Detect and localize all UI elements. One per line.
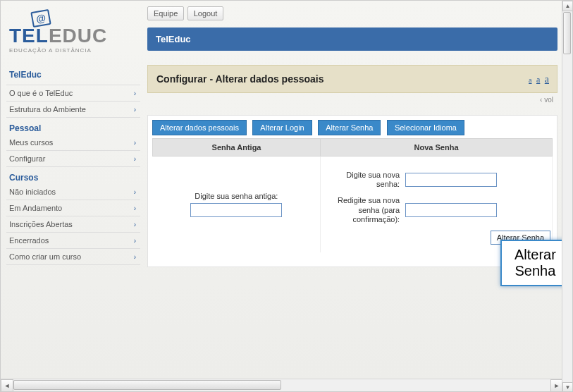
nav-label: O que é o TelEduc [9, 89, 73, 97]
old-password-label: Digite sua senha antiga: [160, 192, 314, 200]
font-size-small[interactable]: a [528, 76, 532, 84]
scroll-up-button[interactable]: ▲ [562, 1, 573, 11]
logo: @ TELEDUC EDUCAÇÃO A DISTÂNCIA [6, 6, 140, 63]
logo-educ: EDUC [49, 25, 107, 47]
tab-selecionar-idioma[interactable]: Selecionar Idioma [387, 120, 464, 135]
section-header: Configurar - Alterar dados pessoais a a … [147, 65, 557, 93]
nav-nao-iniciados[interactable]: Não iniciados › [6, 184, 140, 200]
chevron-right-icon: › [134, 188, 136, 196]
nav-configurar[interactable]: Configurar › [6, 151, 140, 167]
nav-meus-cursos[interactable]: Meus cursos › [6, 135, 140, 151]
chevron-right-icon: › [134, 90, 136, 97]
font-size-medium[interactable]: a [536, 75, 541, 85]
nav-label: Estrutura do Ambiente [9, 105, 86, 114]
font-size-large[interactable]: a [544, 74, 550, 85]
nav-label: Inscrições Abertas [9, 220, 73, 228]
old-password-input[interactable] [190, 203, 282, 217]
equipe-button[interactable]: Equipe [147, 6, 184, 20]
nav-label: Não iniciados [9, 188, 56, 196]
chevron-right-icon: › [134, 237, 136, 245]
callout-alterar-senha: Alterar Senha [500, 240, 563, 286]
nav-label: Como criar um curso [9, 252, 81, 261]
nav-heading-cursos: Cursos [6, 167, 140, 184]
chevron-right-icon: › [134, 139, 136, 147]
new-password-label: Digite sua nova senha: [328, 171, 405, 189]
new-password-input[interactable] [405, 173, 497, 187]
nav-como-criar[interactable]: Como criar um curso › [6, 249, 140, 265]
scroll-down-button[interactable]: ▼ [562, 382, 573, 392]
nav-label: Em Andamento [9, 204, 62, 212]
back-link[interactable]: ‹ vol [147, 93, 557, 106]
col-nova-senha: Nova Senha [321, 139, 553, 157]
scroll-left-button[interactable]: ◄ [1, 379, 13, 392]
page-title-bar: TelEduc [147, 27, 557, 51]
nav-estrutura[interactable]: Estrutura do Ambiente › [6, 102, 140, 118]
v-scroll-thumb[interactable] [563, 12, 571, 54]
horizontal-scrollbar[interactable]: ◄ ► [1, 379, 563, 391]
chevron-right-icon: › [134, 106, 136, 114]
nav-teleduc-link[interactable]: TelEduc [9, 70, 42, 80]
h-scroll-thumb[interactable] [13, 380, 281, 390]
at-icon: @ [30, 9, 51, 27]
nav-inscricoes-abertas[interactable]: Inscrições Abertas › [6, 216, 140, 233]
nav-em-andamento[interactable]: Em Andamento › [6, 200, 140, 216]
tab-alterar-login[interactable]: Alterar Login [252, 120, 312, 135]
chevron-right-icon: › [134, 204, 136, 212]
nav-encerrados[interactable]: Encerrados › [6, 233, 140, 249]
nav-heading-pessoal: Pessoal [6, 118, 140, 135]
nav-label: Configurar [9, 154, 45, 163]
section-title: Configurar - Alterar dados pessoais [156, 73, 324, 85]
logo-tel: TEL [9, 25, 49, 47]
confirm-password-input[interactable] [405, 203, 497, 217]
confirm-password-label: Redigite sua nova senha (para confirmaçã… [328, 196, 405, 224]
chevron-right-icon: › [134, 253, 136, 261]
tab-alterar-senha[interactable]: Alterar Senha [318, 120, 381, 135]
nav-o-que-e[interactable]: O que é o TelEduc › [6, 85, 140, 102]
nav-label: Encerrados [9, 236, 49, 245]
vertical-scrollbar[interactable]: ▲ ▼ [562, 1, 572, 392]
col-senha-antiga: Senha Antiga [153, 139, 321, 157]
chevron-right-icon: › [134, 221, 136, 228]
nav-label: Meus cursos [9, 138, 53, 147]
logo-subtitle: EDUCAÇÃO A DISTÂNCIA [9, 47, 137, 54]
tab-alterar-dados[interactable]: Alterar dados pessoais [152, 120, 247, 135]
chevron-right-icon: › [134, 155, 136, 163]
logout-button[interactable]: Logout [187, 6, 224, 20]
